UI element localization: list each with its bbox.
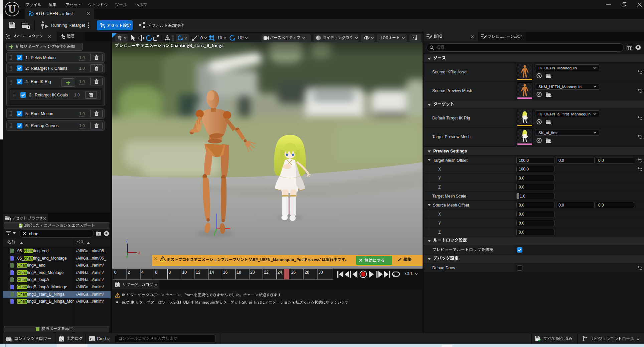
svg-text:12: 12 [196,270,200,275]
svg-text:4: 4 [141,270,144,275]
svg-text:24: 24 [278,270,282,275]
svg-text:8: 8 [169,270,171,275]
svg-text:26: 26 [291,270,296,275]
svg-text:0: 0 [114,270,117,275]
svg-text:20: 20 [250,270,255,275]
svg-text:22: 22 [264,270,269,275]
svg-text:X: X [138,251,141,255]
svg-text:18: 18 [236,270,241,275]
svg-text:10: 10 [182,270,187,275]
svg-text:16: 16 [223,270,228,275]
svg-text:2: 2 [128,270,130,275]
svg-text:6: 6 [155,270,157,275]
svg-text:30: 30 [318,270,323,275]
svg-text:Z: Z [126,239,128,243]
svg-text:14: 14 [209,270,214,275]
svg-text:28: 28 [305,270,309,275]
svg-text:U: U [8,3,16,15]
svg-text:Y: Y [126,256,128,260]
